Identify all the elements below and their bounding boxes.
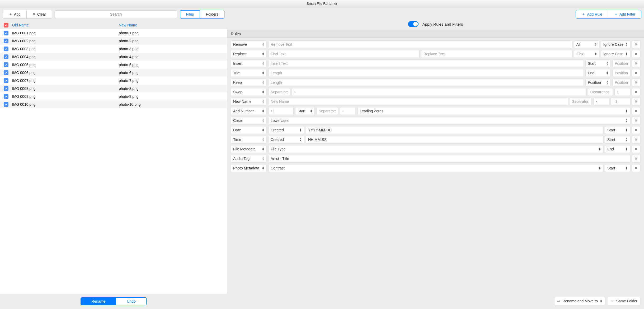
position-input[interactable]: Position: [612, 59, 630, 67]
remove-rule-button[interactable]: ✕: [632, 117, 640, 124]
row-checkbox[interactable]: [4, 86, 8, 91]
undo-button[interactable]: Undo: [116, 298, 146, 305]
rule-type-select[interactable]: Audio Tags▲▼: [231, 155, 267, 163]
remove-rule-button[interactable]: ✕: [632, 98, 640, 105]
table-row[interactable]: IMG 0002.pngphoto-2.png: [0, 37, 227, 45]
table-row[interactable]: IMG 0008.pngphoto-8.png: [0, 85, 227, 93]
remove-rule-button[interactable]: ✕: [632, 88, 640, 96]
scope-select[interactable]: All▲▼: [574, 40, 599, 48]
table-row[interactable]: IMG 0006.pngphoto-6.png: [0, 69, 227, 77]
table-row[interactable]: IMG 0004.pngphoto-4.png: [0, 53, 227, 61]
rule-type-select[interactable]: Time▲▼: [231, 136, 267, 144]
table-row[interactable]: IMG 0010.pngphoto-10.png: [0, 100, 227, 108]
remove-rule-button[interactable]: ✕: [632, 126, 640, 134]
rule-type-select[interactable]: New Name▲▼: [231, 98, 267, 105]
row-checkbox[interactable]: [4, 54, 8, 59]
row-checkbox[interactable]: [4, 94, 8, 99]
case-select[interactable]: Ignore Case▲▼: [601, 40, 630, 48]
position-select[interactable]: Start▲▼: [585, 59, 611, 67]
insert-text-input[interactable]: Insert Text: [268, 59, 584, 67]
case-option-select[interactable]: Lowercase▲▼: [268, 117, 630, 124]
leading-zeros-select[interactable]: Leading Zeros▲▼: [357, 107, 630, 115]
rule-type-select[interactable]: Date▲▼: [231, 126, 267, 134]
add-button[interactable]: ＋Add: [3, 10, 26, 18]
date-source-select[interactable]: Created▲▼: [268, 126, 304, 134]
remove-rule-button[interactable]: ✕: [632, 50, 640, 58]
position-select[interactable]: Start▲▼: [605, 136, 630, 144]
position-select[interactable]: Position▲▼: [585, 79, 611, 86]
position-select[interactable]: End▲▼: [585, 69, 611, 77]
table-row[interactable]: IMG 0001.pngphoto-1.png: [0, 29, 227, 37]
remove-rule-button[interactable]: ✕: [632, 79, 640, 86]
find-text-input[interactable]: Find Text: [268, 50, 420, 58]
tab-files[interactable]: Files: [180, 10, 200, 18]
length-input[interactable]: Length: [268, 69, 584, 77]
rename-button[interactable]: Rename: [81, 298, 116, 305]
rule-type-select[interactable]: Trim▲▼: [231, 69, 267, 77]
remove-text-input[interactable]: Remove Text: [268, 40, 572, 48]
search-input[interactable]: [55, 10, 177, 18]
new-name-input[interactable]: New Name: [268, 98, 568, 105]
remove-rule-button[interactable]: ✕: [632, 59, 640, 67]
row-checkbox[interactable]: [4, 31, 8, 35]
remove-rule-button[interactable]: ✕: [632, 107, 640, 115]
occurrence-input[interactable]: 1: [614, 88, 630, 96]
position-select[interactable]: End▲▼: [605, 145, 630, 153]
audio-tags-input[interactable]: Artist - Title: [268, 155, 630, 163]
rule-type-select[interactable]: Add Number▲▼: [231, 107, 267, 115]
length-input[interactable]: Length: [268, 79, 584, 86]
add-filter-button[interactable]: ＋Add Filter: [608, 10, 641, 18]
select-all-checkbox[interactable]: [4, 23, 8, 27]
scope-select[interactable]: First▲▼: [574, 50, 599, 58]
position-select[interactable]: Start▲▼: [295, 107, 315, 115]
separator-input[interactable]: -: [340, 107, 356, 115]
apply-toggle[interactable]: [408, 21, 419, 27]
row-checkbox[interactable]: [4, 78, 8, 83]
rule-type-select[interactable]: Photo Metadata▲▼: [231, 164, 267, 172]
clear-button[interactable]: ✕Clear: [26, 10, 52, 18]
table-row[interactable]: IMG 0005.pngphoto-5.png: [0, 61, 227, 69]
table-row[interactable]: IMG 0007.pngphoto-7.png: [0, 77, 227, 85]
number-input[interactable]: ↑1: [268, 107, 294, 115]
tab-folders[interactable]: Folders: [200, 10, 224, 18]
row-checkbox[interactable]: [4, 62, 8, 67]
remove-rule-button[interactable]: ✕: [632, 40, 640, 48]
add-rule-button[interactable]: ＋Add Rule: [576, 10, 608, 18]
remove-rule-button[interactable]: ✕: [632, 136, 640, 144]
row-checkbox[interactable]: [4, 47, 8, 51]
replace-text-input[interactable]: Replace Text: [421, 50, 572, 58]
remove-rule-button[interactable]: ✕: [632, 69, 640, 77]
rule-type-select[interactable]: Case▲▼: [231, 117, 267, 124]
row-checkbox[interactable]: [4, 70, 8, 75]
row-checkbox[interactable]: [4, 102, 8, 107]
table-row[interactable]: IMG 0009.pngphoto-9.png: [0, 93, 227, 100]
rule-type-select[interactable]: Keep▲▼: [231, 79, 267, 86]
date-format-input[interactable]: YYYY-MM-DD: [306, 126, 603, 134]
case-select[interactable]: Ignore Case▲▼: [601, 50, 630, 58]
row-checkbox[interactable]: [4, 39, 8, 43]
rule-type-select[interactable]: File Metadata▲▼: [231, 145, 267, 153]
rule-type-select[interactable]: Replace▲▼: [231, 50, 267, 58]
position-input[interactable]: Position: [612, 69, 630, 77]
separator-input[interactable]: -: [593, 98, 609, 105]
time-source-select[interactable]: Created▲▼: [268, 136, 304, 144]
rule-type-select[interactable]: Swap▲▼: [231, 88, 267, 96]
move-to-select[interactable]: ⇨ Rename and Move to ▲▼: [554, 297, 605, 305]
photo-meta-select[interactable]: Contrast▲▼: [268, 164, 603, 172]
table-row[interactable]: IMG 0003.pngphoto-3.png: [0, 45, 227, 53]
same-folder-button[interactable]: ▭ Same Folder: [608, 297, 640, 305]
time-format-input[interactable]: HH.MM.SS: [306, 136, 603, 144]
remove-rule-button[interactable]: ✕: [632, 164, 640, 172]
column-old-name[interactable]: Old Name: [12, 23, 115, 27]
rule-type-select[interactable]: Insert▲▼: [231, 59, 267, 67]
position-select[interactable]: Start▲▼: [605, 164, 630, 172]
metadata-select[interactable]: File Type▲▼: [268, 145, 603, 153]
position-select[interactable]: Start▲▼: [605, 126, 630, 134]
position-input[interactable]: Position: [612, 79, 630, 86]
separator-input[interactable]: -: [292, 88, 586, 96]
number-input[interactable]: ↑1: [611, 98, 630, 105]
remove-rule-button[interactable]: ✕: [632, 145, 640, 153]
rule-type-select[interactable]: Remove▲▼: [231, 40, 267, 48]
remove-rule-button[interactable]: ✕: [632, 155, 640, 163]
column-new-name[interactable]: New Name: [119, 23, 223, 27]
